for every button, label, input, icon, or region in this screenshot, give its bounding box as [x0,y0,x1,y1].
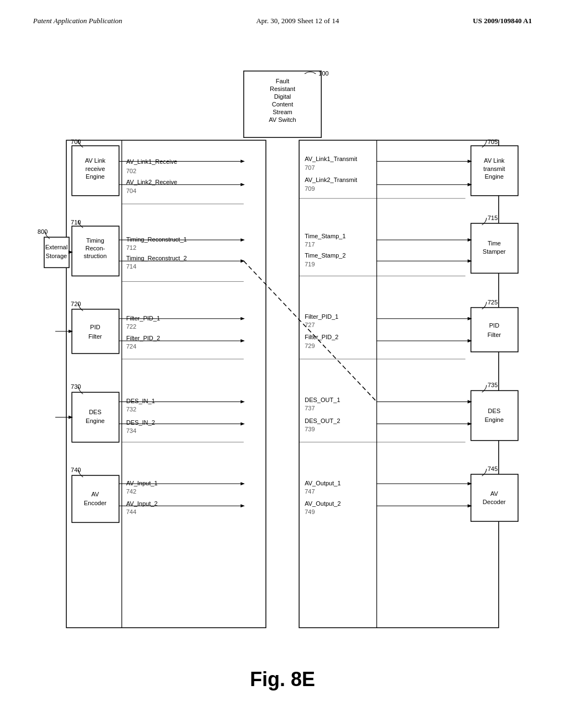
svg-text:722: 722 [126,323,136,330]
svg-text:DES_OUT_1: DES_OUT_1 [305,397,340,403]
svg-text:Stream: Stream [273,109,292,115]
figure-label: Fig. 8E [33,668,532,691]
svg-line-120 [244,261,377,402]
svg-text:730: 730 [71,383,81,390]
svg-text:receive: receive [86,165,105,172]
svg-text:707: 707 [305,164,315,171]
svg-text:709: 709 [305,185,315,192]
svg-text:732: 732 [126,406,136,413]
svg-text:739: 739 [305,426,315,432]
svg-text:Decoder: Decoder [483,499,506,505]
svg-text:749: 749 [305,508,315,515]
svg-text:720: 720 [71,301,81,307]
svg-rect-110 [471,474,518,521]
svg-text:AV_Link1_Transmit: AV_Link1_Transmit [305,156,357,162]
svg-text:External: External [45,244,67,250]
svg-text:Filter_PID_2: Filter_PID_2 [126,335,160,341]
svg-text:Time_Stamp_1: Time_Stamp_1 [305,233,345,239]
svg-text:724: 724 [126,343,136,350]
svg-text:705: 705 [488,138,498,145]
svg-text:AV: AV [92,491,100,497]
svg-text:PID: PID [489,322,499,329]
svg-text:700: 700 [71,138,81,145]
svg-rect-90 [471,308,518,352]
svg-rect-8 [66,140,266,628]
svg-text:Stamper: Stamper [483,248,506,255]
svg-text:745: 745 [488,465,498,472]
svg-text:DES: DES [89,409,102,415]
page: Patent Application Publication Apr. 30, … [0,0,565,728]
svg-text:725: 725 [488,299,498,306]
svg-text:Time_Stamp_2: Time_Stamp_2 [305,252,345,259]
svg-text:734: 734 [126,427,136,434]
svg-rect-37 [72,309,119,354]
svg-text:729: 729 [305,342,315,349]
svg-text:DES_OUT_2: DES_OUT_2 [305,417,340,424]
svg-text:719: 719 [305,261,315,267]
svg-text:712: 712 [126,244,136,251]
svg-text:744: 744 [126,508,136,515]
svg-text:PID: PID [90,324,100,330]
svg-text:DES_IN_2: DES_IN_2 [126,419,155,426]
svg-text:717: 717 [305,241,315,248]
svg-text:Content: Content [272,101,294,108]
svg-text:704: 704 [126,188,136,194]
svg-text:AV_Link2_Transmit: AV_Link2_Transmit [305,176,357,183]
svg-text:AV: AV [491,490,499,497]
svg-text:DES_IN_1: DES_IN_1 [126,398,155,404]
svg-text:Digital: Digital [274,93,291,100]
svg-text:Time: Time [488,240,501,247]
svg-rect-9 [299,140,499,628]
svg-text:AV_Link2_Receive: AV_Link2_Receive [126,179,177,185]
svg-text:742: 742 [126,488,136,495]
svg-text:AV_Input_1: AV_Input_1 [126,480,158,486]
svg-rect-100 [471,390,518,440]
svg-text:Timing_Reconstruct_2: Timing_Reconstruct_2 [126,255,187,261]
svg-text:DES: DES [488,408,500,414]
svg-text:710: 710 [71,219,81,226]
svg-text:Resistant: Resistant [270,85,295,92]
svg-text:100: 100 [318,70,328,77]
svg-text:AV Switch: AV Switch [269,116,296,123]
svg-text:transmit: transmit [483,165,505,172]
svg-text:800: 800 [38,228,47,235]
svg-text:702: 702 [126,168,136,174]
svg-text:AV_Output_1: AV_Output_1 [305,480,340,486]
svg-text:Fault: Fault [276,78,290,84]
svg-rect-58 [72,475,119,522]
svg-text:727: 727 [305,322,315,328]
svg-text:Encoder: Encoder [84,500,106,506]
svg-text:AV_Link1_Receive: AV_Link1_Receive [126,158,177,165]
svg-text:struction: struction [84,253,107,259]
svg-text:Engine: Engine [86,173,104,180]
diagram-svg: Fault Resistant Digital Content Stream A… [33,50,532,657]
svg-text:AV Link: AV Link [85,157,106,164]
svg-text:AV_Output_2: AV_Output_2 [305,500,340,507]
svg-text:Filter_PID_1: Filter_PID_1 [126,315,160,322]
svg-text:Recon-: Recon- [86,245,105,251]
header-left: Patent Application Publication [33,17,122,25]
header-right: US 2009/109840 A1 [473,17,532,25]
svg-text:Timing_Reconstruct_1: Timing_Reconstruct_1 [126,236,187,243]
page-header: Patent Application Publication Apr. 30, … [33,17,532,28]
header-center: Apr. 30, 2009 Sheet 12 of 14 [256,17,339,25]
svg-text:735: 735 [488,382,498,388]
svg-text:Engine: Engine [485,173,504,180]
svg-text:714: 714 [126,263,136,270]
svg-text:740: 740 [71,467,81,473]
svg-text:715: 715 [488,215,498,221]
svg-text:Filter_PID_1: Filter_PID_1 [305,313,338,320]
svg-text:Engine: Engine [485,416,504,423]
svg-text:Engine: Engine [86,417,104,424]
svg-text:737: 737 [305,405,315,411]
svg-text:Storage: Storage [46,253,67,259]
svg-text:Filter_PID_2: Filter_PID_2 [305,334,338,340]
svg-text:AV Link: AV Link [484,157,505,164]
svg-text:Filter: Filter [487,331,501,338]
svg-text:747: 747 [305,488,315,495]
diagram-area: Fault Resistant Digital Content Stream A… [33,50,532,657]
svg-text:Timing: Timing [86,237,104,244]
svg-text:Filter: Filter [88,333,102,340]
